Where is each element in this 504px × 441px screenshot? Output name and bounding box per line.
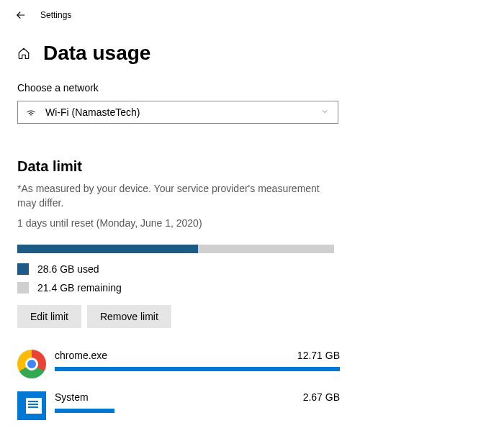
legend-remaining: 21.4 GB remaining <box>17 282 487 294</box>
app-title: Settings <box>40 10 71 20</box>
back-button[interactable] <box>14 9 27 22</box>
data-limit-bar <box>17 245 334 253</box>
network-label: Choose a network <box>17 82 487 94</box>
home-icon <box>17 47 30 60</box>
page-title: Data usage <box>43 42 150 65</box>
home-button[interactable] <box>17 47 30 60</box>
system-icon <box>17 391 46 420</box>
app-usage-list: chrome.exe 12.71 GB System 2.67 GB <box>17 350 340 420</box>
chrome-icon <box>17 350 46 378</box>
data-limit-disclaimer: *As measured by your device. Your servic… <box>17 182 341 210</box>
app-row: chrome.exe 12.71 GB <box>17 350 340 378</box>
app-usage-bar <box>55 367 340 371</box>
wifi-icon <box>25 106 37 118</box>
app-row: System 2.67 GB <box>17 391 340 420</box>
back-arrow-icon <box>14 9 27 22</box>
used-label: 28.6 GB used <box>37 263 99 275</box>
data-limit-title: Data limit <box>17 158 487 175</box>
data-limit-bar-fill <box>17 245 198 253</box>
app-usage: 2.67 GB <box>303 391 340 403</box>
app-usage-bar <box>55 409 114 413</box>
edit-limit-button[interactable]: Edit limit <box>17 305 81 328</box>
remaining-swatch <box>17 282 29 294</box>
data-limit-reset: 1 days until reset (Monday, June 1, 2020… <box>17 217 487 229</box>
chevron-down-icon <box>320 106 329 119</box>
app-name: System <box>55 391 89 403</box>
network-selected: Wi-Fi (NamasteTech) <box>45 106 330 118</box>
network-dropdown[interactable]: Wi-Fi (NamasteTech) <box>17 101 338 124</box>
remove-limit-button[interactable]: Remove limit <box>87 305 171 328</box>
used-swatch <box>17 263 29 275</box>
legend-used: 28.6 GB used <box>17 263 487 275</box>
remaining-label: 21.4 GB remaining <box>37 282 122 294</box>
app-name: chrome.exe <box>55 350 107 361</box>
app-usage: 12.71 GB <box>297 350 340 361</box>
